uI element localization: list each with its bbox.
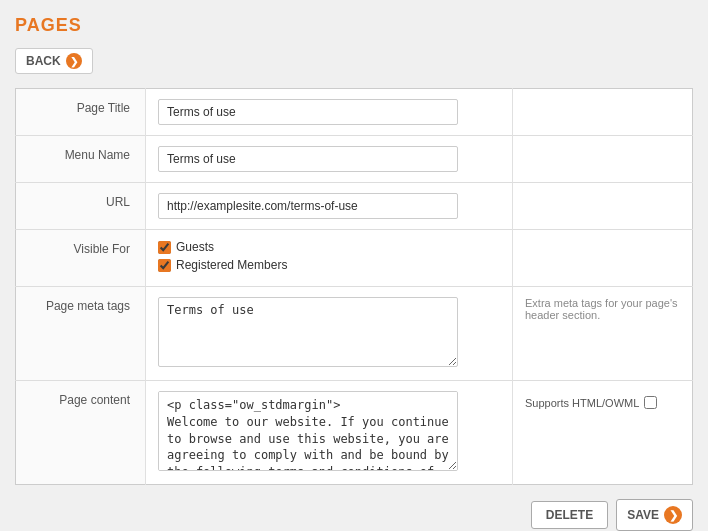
save-button[interactable]: SAVE ❯ (616, 499, 693, 531)
url-row: URL (16, 183, 693, 230)
page-title-row: Page Title (16, 89, 693, 136)
visible-for-input-cell: Guests Registered Members (146, 230, 513, 287)
visible-for-extra (513, 230, 693, 287)
menu-name-input[interactable] (158, 146, 458, 172)
meta-tags-label: Page meta tags (16, 287, 146, 381)
page-content-input-cell: <p class="ow_stdmargin"> Welcome to our … (146, 381, 513, 485)
back-label: BACK (26, 54, 61, 68)
guests-label: Guests (176, 240, 214, 254)
page-content-row: Page content <p class="ow_stdmargin"> We… (16, 381, 693, 485)
menu-name-label: Menu Name (16, 136, 146, 183)
page-title-extra (513, 89, 693, 136)
page-wrapper: PAGES BACK ❯ Page Title Menu Name URL (0, 0, 708, 531)
meta-tags-row: Page meta tags Terms of use Extra meta t… (16, 287, 693, 381)
menu-name-extra (513, 136, 693, 183)
save-arrow-icon: ❯ (664, 506, 682, 524)
registered-members-checkbox-label[interactable]: Registered Members (158, 258, 500, 272)
registered-members-checkbox[interactable] (158, 259, 171, 272)
page-content-extra: Supports HTML/OWML (513, 381, 693, 485)
page-content-label: Page content (16, 381, 146, 485)
visible-for-row: Visible For Guests Registered Members (16, 230, 693, 287)
meta-tags-textarea[interactable]: Terms of use (158, 297, 458, 367)
url-extra (513, 183, 693, 230)
menu-name-row: Menu Name (16, 136, 693, 183)
visible-for-label: Visible For (16, 230, 146, 287)
html-owml-label: Supports HTML/OWML (525, 397, 639, 409)
delete-button[interactable]: DELETE (531, 501, 608, 529)
page-title: PAGES (15, 15, 693, 36)
page-title-input[interactable] (158, 99, 458, 125)
back-button[interactable]: BACK ❯ (15, 48, 93, 74)
page-title-input-cell (146, 89, 513, 136)
meta-tags-extra: Extra meta tags for your page's header s… (513, 287, 693, 381)
save-label: SAVE (627, 508, 659, 522)
url-input[interactable] (158, 193, 458, 219)
url-input-cell (146, 183, 513, 230)
menu-name-input-cell (146, 136, 513, 183)
form-table: Page Title Menu Name URL Visible For (15, 88, 693, 485)
guests-checkbox[interactable] (158, 241, 171, 254)
delete-label: DELETE (546, 508, 593, 522)
meta-tags-input-cell: Terms of use (146, 287, 513, 381)
html-owml-container: Supports HTML/OWML (525, 396, 680, 409)
footer-actions: DELETE SAVE ❯ (15, 499, 693, 531)
registered-members-label: Registered Members (176, 258, 287, 272)
html-owml-checkbox[interactable] (644, 396, 657, 409)
guests-checkbox-label[interactable]: Guests (158, 240, 500, 254)
url-label: URL (16, 183, 146, 230)
back-arrow-icon: ❯ (66, 53, 82, 69)
page-content-textarea[interactable]: <p class="ow_stdmargin"> Welcome to our … (158, 391, 458, 471)
page-title-label: Page Title (16, 89, 146, 136)
